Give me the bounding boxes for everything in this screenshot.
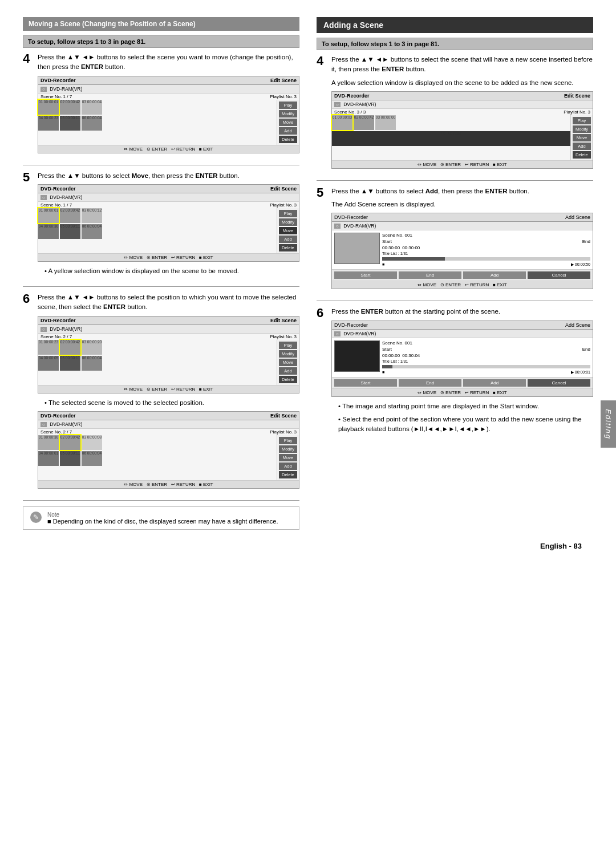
left-screen4-delete[interactable]: Delete [279,471,297,478]
right-screen1-move[interactable]: Move [573,134,591,141]
left-screen4-sceneno: Scene No. 2 / 7 Playlist No. 3 [38,429,299,435]
right-addscreen1-tc-left: ■ [382,262,384,267]
right-screen1-header: DVD-Recorder Edit Scene [332,92,593,100]
left-screen4-play[interactable]: Play [279,437,297,444]
left-step5-content: Press the ▲▼ buttons to select Move, the… [38,171,299,280]
left-screen4-add[interactable]: Add [279,462,297,470]
right-addscreen2: DVD-Recorder Add Scene ○ DVD-RAM(VR) Sce… [331,320,593,397]
right-step4-enter: ENTER [382,66,404,72]
left-step6-text: Press the ▲▼ ◄► buttons to select the po… [38,293,299,313]
left-screen2-header: DVD-Recorder Edit Scene [38,185,299,193]
right-addscreen2-cancel-btn[interactable]: Cancel [528,379,590,387]
left-screen4-thumbrow1: 01 00:00:30 02 00:00:42 03 00:00:08 [38,435,277,450]
left-setup-note: To setup, follow steps 1 to 3 in page 81… [23,35,299,48]
left-screen4-thumbrow2: 04 00:00:01 05 00:00:11 06 00:00:04 [38,451,277,466]
left-divider2 [23,286,299,287]
right-screen1-modify[interactable]: Modify [573,125,591,133]
left-screen1: DVD-Recorder Edit Scene ○ DVD-RAM(VR) Sc… [38,76,299,153]
right-addscreen1-add-btn[interactable]: Add [463,271,526,279]
right-addscreen1-times: 00:30:00 00:30:00 [382,245,590,250]
left-screen1-disc-icon: ○ [40,87,47,92]
left-screen2-thumb3: 03 00:00:12 [82,208,102,223]
right-screen1-add[interactable]: Add [573,143,591,150]
right-screen1-scenelabel: Scene No. 3 / 3 [334,109,366,115]
left-screen3-recorder: DVD-Recorder [40,318,76,323]
left-screen1-recorder: DVD-Recorder [40,78,76,83]
right-addscreen2-end-btn[interactable]: End [399,379,461,387]
right-addscreen2-header: DVD-Recorder Add Scene [332,321,593,330]
page-number: English - 83 [23,541,593,550]
right-addscreen2-tc-right: ▶ 00:00:01 [571,370,590,375]
right-addscreen1-end-btn[interactable]: End [399,271,461,279]
editing-tab: Editing [601,400,616,448]
right-section-header: Adding a Scene [317,17,593,33]
left-screen3-thumb4: 04 00:00:05 [38,356,59,371]
left-screen1-scenelabel: Scene No. 1 / 7 [40,94,72,99]
left-screen4-move[interactable]: Move [279,454,297,461]
left-screen4-scenelabel: Scene No. 2 / 7 [40,429,72,435]
right-step5-add: Add [425,188,438,194]
left-screen2-thumbrow2: 04 00:00:30 05 00:00:11 06 00:00:04 [38,224,277,239]
left-screen2-add[interactable]: Add [279,236,297,243]
right-addscreen1-preview [334,233,380,264]
left-screen2-playlist: Playlist No. 3 [270,202,297,208]
left-step4-text: Press the ▲▼ ◄► buttons to select the sc… [38,52,299,72]
left-screen3-thumb5: 05 00:00:11 [60,356,80,371]
left-screen1-thumb5: 05 00:00:11 [60,116,80,131]
right-addscreen1-cancel-btn[interactable]: Cancel [528,271,590,279]
right-step5-enter: ENTER [485,188,508,194]
right-addscreen1-time1: 00:30:00 [382,245,400,250]
left-screen2-play[interactable]: Play [279,210,297,217]
left-screen1-header: DVD-Recorder Edit Scene [38,76,299,85]
left-screen1-move[interactable]: Move [279,119,297,126]
left-screen3-thumb3: 03 00:00:20 [82,340,102,355]
right-screen1-delete[interactable]: Delete [573,151,591,159]
right-addscreen2-preview [334,340,380,372]
left-step5-move: Move [132,172,148,179]
left-screen1-add[interactable]: Add [279,127,297,135]
right-addscreen2-start-btn[interactable]: Start [334,379,397,387]
right-addscreen1: DVD-Recorder Add Scene ○ DVD-RAM(VR) Sce… [331,213,593,289]
left-screen4-mainarea: 01 00:00:30 02 00:00:42 03 00:00:08 04 0… [38,435,299,480]
left-screen3-modify[interactable]: Modify [279,350,297,358]
left-step4-enter: ENTER [81,63,103,70]
right-screen1-play[interactable]: Play [573,117,591,124]
left-screen4-editscene: Edit Scene [270,413,297,419]
right-step5-text: Press the ▲▼ buttons to select Add, then… [331,186,593,196]
right-step6-enter: ENTER [361,308,383,315]
left-column: Moving a Scene (Changing the Position of… [23,17,299,530]
left-screen2-move[interactable]: Move [279,227,297,234]
left-screen3-thumbrow2: 04 00:00:05 05 00:00:11 06 00:00:04 [38,356,277,371]
right-addscreen1-title: Add Scene [565,214,590,220]
right-addscreen1-disc: ○ DVD-RAM(VR) [332,222,593,230]
right-screen1-thumbarea: 01 00:00:03 02 00:00:42 03 00:00:00 04 0… [332,115,570,160]
left-screen3: DVD-Recorder Edit Scene ○ DVD-RAM(VR) Sc… [38,316,299,393]
left-screen1-play[interactable]: Play [279,102,297,109]
left-screen4-modify[interactable]: Modify [279,445,297,453]
right-addscreen2-title: Add Scene [565,322,590,328]
right-step6-text: Press the ENTER button at the starting p… [331,307,593,317]
left-screen4-sidebtns: Play Modify Move Add Delete [277,435,299,480]
left-screen3-move[interactable]: Move [279,359,297,366]
right-addscreen1-disc-icon: ○ [334,224,341,229]
left-screen4-recorder: DVD-Recorder [40,413,76,419]
left-screen3-add[interactable]: Add [279,367,297,375]
left-screen2-modify[interactable]: Modify [279,218,297,226]
note-icon: ✎ [30,512,42,523]
left-screen1-delete[interactable]: Delete [279,136,297,143]
left-screen3-play[interactable]: Play [279,342,297,349]
right-screen1-thumbrow2: 04 00:02:00 [332,131,570,146]
right-addscreen1-start-btn[interactable]: Start [334,271,397,279]
left-screen1-thumb6: 06 00:00:04 [82,116,102,131]
left-screen3-delete[interactable]: Delete [279,376,297,383]
right-addscreen2-add-btn[interactable]: Add [463,379,526,387]
left-screen1-modify[interactable]: Modify [279,110,297,117]
right-addscreen2-barfill [382,365,392,368]
left-screen2-delete[interactable]: Delete [279,244,297,251]
right-addscreen1-header: DVD-Recorder Add Scene [332,213,593,222]
right-step6-number: 6 [317,307,327,319]
left-screen2: DVD-Recorder Edit Scene ○ DVD-RAM(VR) Sc… [38,184,299,262]
right-addscreen2-controls: Start End Add Cancel [332,377,593,388]
right-addscreen2-end-label: End [582,347,590,352]
left-screen4-thumb1: 01 00:00:30 [38,435,59,450]
